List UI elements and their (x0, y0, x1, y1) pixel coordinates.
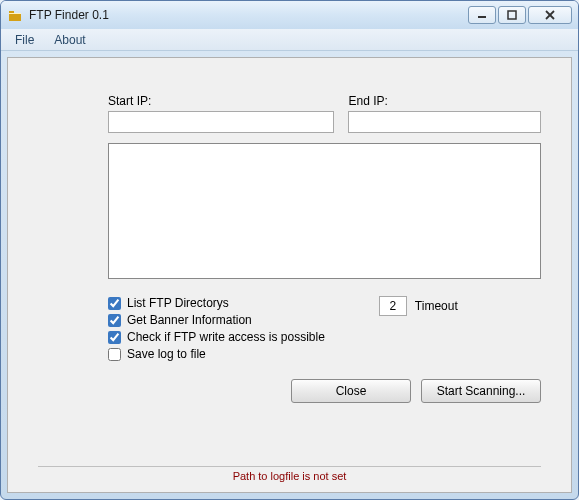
timeout-label: Timeout (415, 299, 458, 313)
start-ip-group: Start IP: (108, 94, 334, 133)
save-log-checkbox[interactable] (108, 348, 121, 361)
start-ip-label: Start IP: (108, 94, 334, 108)
list-dirs-row[interactable]: List FTP Directorys (108, 296, 325, 310)
button-row: Close Start Scanning... (38, 379, 541, 403)
client-area: Start IP: End IP: List FTP Directorys Ge… (7, 57, 572, 493)
write-access-row[interactable]: Check if FTP write access is possible (108, 330, 325, 344)
timeout-row: Timeout (379, 296, 458, 316)
svg-rect-4 (508, 11, 516, 19)
results-textarea[interactable] (108, 143, 541, 279)
write-access-checkbox[interactable] (108, 331, 121, 344)
list-dirs-label: List FTP Directorys (127, 296, 229, 310)
banner-row[interactable]: Get Banner Information (108, 313, 325, 327)
status-message: Path to logfile is not set (233, 470, 347, 482)
timeout-input[interactable] (379, 296, 407, 316)
options-row: List FTP Directorys Get Banner Informati… (108, 296, 541, 361)
minimize-button[interactable] (468, 6, 496, 24)
banner-checkbox[interactable] (108, 314, 121, 327)
ip-row: Start IP: End IP: (108, 94, 541, 133)
window-controls (468, 6, 572, 24)
menu-about[interactable]: About (44, 29, 95, 50)
close-button[interactable]: Close (291, 379, 411, 403)
start-ip-input[interactable] (108, 111, 334, 133)
svg-rect-0 (9, 13, 21, 21)
app-icon (7, 7, 23, 23)
maximize-icon (507, 10, 517, 20)
maximize-button[interactable] (498, 6, 526, 24)
end-ip-label: End IP: (348, 94, 541, 108)
window-title: FTP Finder 0.1 (29, 8, 468, 22)
minimize-icon (477, 10, 487, 20)
banner-label: Get Banner Information (127, 313, 252, 327)
start-scanning-button[interactable]: Start Scanning... (421, 379, 541, 403)
checkbox-column: List FTP Directorys Get Banner Informati… (108, 296, 325, 361)
list-dirs-checkbox[interactable] (108, 297, 121, 310)
timeout-column: Timeout (379, 296, 458, 361)
save-log-row[interactable]: Save log to file (108, 347, 325, 361)
titlebar: FTP Finder 0.1 (1, 1, 578, 29)
save-log-label: Save log to file (127, 347, 206, 361)
app-window: FTP Finder 0.1 File About Start IP: End … (0, 0, 579, 500)
svg-rect-2 (9, 13, 21, 14)
write-access-label: Check if FTP write access is possible (127, 330, 325, 344)
results-wrap (108, 143, 541, 282)
end-ip-input[interactable] (348, 111, 541, 133)
menu-file[interactable]: File (5, 29, 44, 50)
menubar: File About (1, 29, 578, 51)
statusbar: Path to logfile is not set (38, 466, 541, 484)
close-icon (545, 10, 555, 20)
close-window-button[interactable] (528, 6, 572, 24)
end-ip-group: End IP: (348, 94, 541, 133)
